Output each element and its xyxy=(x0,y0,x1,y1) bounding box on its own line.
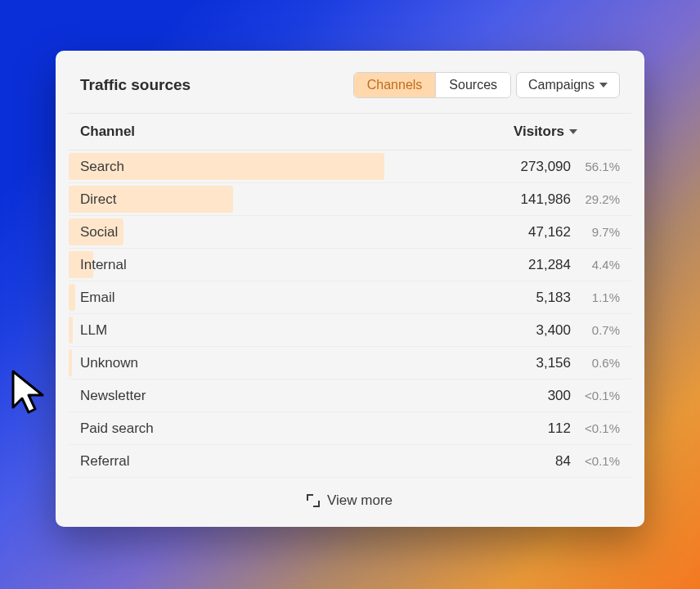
visitors-value: 112 xyxy=(505,420,571,437)
tab-sources[interactable]: Sources xyxy=(435,73,510,97)
traffic-sources-card: Traffic sources Channels Sources Campaig… xyxy=(56,51,644,527)
channel-name: Referral xyxy=(80,453,505,470)
expand-icon xyxy=(307,495,319,506)
percent-value: 1.1% xyxy=(577,290,620,304)
tab-campaigns-label: Campaigns xyxy=(528,78,595,92)
visitors-value: 3,156 xyxy=(505,355,571,371)
visitors-value: 21,284 xyxy=(505,257,571,273)
visitors-value: 300 xyxy=(505,388,571,404)
column-visitors-label: Visitors xyxy=(514,124,564,140)
percent-value: <0.1% xyxy=(577,454,620,468)
channel-name: Social xyxy=(80,224,505,241)
bar-fill xyxy=(69,317,73,344)
view-more-button[interactable]: View more xyxy=(69,478,631,519)
channel-name: Search xyxy=(80,159,505,175)
channel-name: LLM xyxy=(80,322,505,339)
percent-value: 56.1% xyxy=(577,160,620,173)
percent-value: <0.1% xyxy=(577,389,620,402)
percent-value: 9.7% xyxy=(577,225,620,239)
channel-name: Direct xyxy=(80,191,505,208)
tab-group: Channels Sources Campaigns xyxy=(353,72,620,98)
visitors-value: 84 xyxy=(505,453,571,470)
channel-name: Newsletter xyxy=(80,388,505,404)
table-body: Search273,09056.1%Direct141,98629.2%Soci… xyxy=(69,151,631,478)
table-row[interactable]: LLM3,4000.7% xyxy=(69,314,631,347)
view-more-label: View more xyxy=(327,492,393,509)
segmented-control: Channels Sources xyxy=(353,72,511,98)
card-header: Traffic sources Channels Sources Campaig… xyxy=(69,64,631,113)
tab-campaigns-dropdown[interactable]: Campaigns xyxy=(516,72,620,98)
channel-name: Unknown xyxy=(80,355,505,371)
bar-fill xyxy=(69,349,72,376)
visitors-value: 141,986 xyxy=(505,191,571,208)
percent-value: 29.2% xyxy=(577,192,620,206)
channel-name: Paid search xyxy=(80,420,505,437)
column-channel[interactable]: Channel xyxy=(80,124,135,140)
visitors-value: 3,400 xyxy=(505,322,571,339)
table-row[interactable]: Internal21,2844.4% xyxy=(69,249,631,281)
channel-name: Email xyxy=(80,290,505,306)
table-row[interactable]: Referral84<0.1% xyxy=(69,445,631,478)
table-row[interactable]: Unknown3,1560.6% xyxy=(69,347,631,380)
visitors-value: 5,183 xyxy=(505,290,571,306)
table-row[interactable]: Newsletter300<0.1% xyxy=(69,380,631,412)
table-row[interactable]: Social47,1629.7% xyxy=(69,216,631,249)
table-row[interactable]: Direct141,98629.2% xyxy=(69,183,631,216)
percent-value: 0.6% xyxy=(577,356,620,370)
bar-fill xyxy=(69,284,75,311)
percent-value: 4.4% xyxy=(577,258,620,272)
table-header: Channel Visitors xyxy=(69,113,631,151)
sort-descending-icon xyxy=(569,129,577,134)
visitors-value: 47,162 xyxy=(505,224,571,241)
card-title: Traffic sources xyxy=(80,76,191,94)
caret-down-icon xyxy=(599,83,608,88)
column-visitors[interactable]: Visitors xyxy=(514,124,577,140)
mouse-cursor-icon xyxy=(11,370,51,417)
percent-value: <0.1% xyxy=(577,421,620,435)
table-row[interactable]: Search273,09056.1% xyxy=(69,151,631,183)
tab-channels[interactable]: Channels xyxy=(354,73,436,97)
channel-name: Internal xyxy=(80,257,505,273)
visitors-value: 273,090 xyxy=(505,159,571,175)
percent-value: 0.7% xyxy=(577,323,620,337)
table-row[interactable]: Email5,1831.1% xyxy=(69,281,631,314)
table-row[interactable]: Paid search112<0.1% xyxy=(69,412,631,445)
